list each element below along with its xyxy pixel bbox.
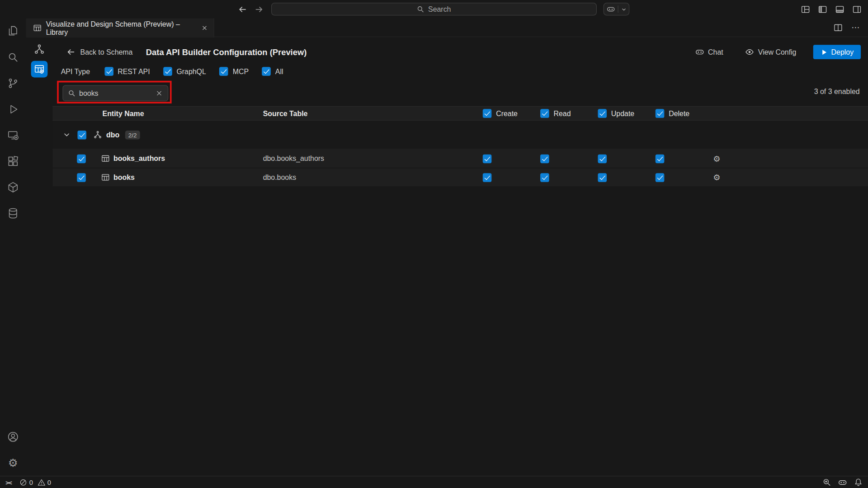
view-config-label: View Config bbox=[758, 48, 797, 56]
chevron-down-icon[interactable] bbox=[63, 131, 71, 138]
command-center-search[interactable]: Search bbox=[271, 3, 597, 15]
column-update: Update bbox=[598, 109, 655, 118]
bell-icon[interactable] bbox=[854, 478, 862, 486]
split-editor-icon[interactable] bbox=[834, 23, 843, 32]
clear-search-icon[interactable] bbox=[156, 89, 163, 97]
extensions-icon bbox=[7, 155, 19, 168]
status-bar: >< 0 0 bbox=[0, 476, 868, 488]
sidebar-item-settings[interactable]: ⚙ bbox=[0, 450, 26, 476]
panel-header: Back to Schema Data API Builder Configur… bbox=[52, 44, 868, 60]
vscode-window: Search bbox=[0, 0, 868, 488]
table-gear-icon bbox=[34, 64, 45, 75]
mcp-checkbox[interactable] bbox=[219, 67, 228, 76]
editor-body: Back to Schema Data API Builder Configur… bbox=[26, 38, 868, 476]
activity-bar: ⚙ bbox=[0, 18, 26, 476]
schema-group-row[interactable]: dbo 2/2 bbox=[52, 121, 868, 150]
sidebar-item-account[interactable] bbox=[0, 424, 26, 450]
group-checkbox[interactable] bbox=[77, 130, 86, 139]
warning-count: 0 bbox=[47, 479, 51, 486]
deploy-button[interactable]: Deploy bbox=[813, 45, 861, 59]
chat-label: Chat bbox=[708, 48, 723, 56]
chevron-down-icon bbox=[621, 6, 626, 12]
sidebar-item-schema-visualizer[interactable] bbox=[0, 174, 26, 201]
entity-search-box[interactable] bbox=[62, 85, 168, 102]
customize-layout-icon[interactable] bbox=[801, 5, 810, 14]
files-icon bbox=[7, 25, 19, 38]
problems-status[interactable]: 0 0 bbox=[19, 479, 53, 486]
all-label: All bbox=[275, 67, 283, 75]
rest-api-label: REST API bbox=[118, 67, 150, 75]
entity-settings-gear-icon[interactable]: ⚙ bbox=[713, 155, 868, 163]
zoom-icon[interactable] bbox=[823, 478, 831, 486]
entity-settings-gear-icon[interactable]: ⚙ bbox=[713, 173, 868, 181]
toggle-primary-sidebar-icon[interactable] bbox=[818, 5, 827, 14]
sidebar-item-extensions[interactable] bbox=[0, 148, 26, 174]
read-all-checkbox[interactable] bbox=[540, 109, 549, 118]
copilot-status-icon[interactable] bbox=[838, 478, 847, 487]
read-checkbox[interactable] bbox=[540, 173, 549, 182]
filter-graphql[interactable]: GraphQL bbox=[163, 67, 206, 76]
chat-button[interactable]: Chat bbox=[695, 47, 723, 56]
toggle-panel-icon[interactable] bbox=[835, 5, 844, 14]
filter-mcp[interactable]: MCP bbox=[219, 67, 249, 76]
sidebar-item-remote-explorer[interactable] bbox=[0, 122, 26, 149]
sidebar-item-source-control[interactable] bbox=[0, 70, 26, 97]
entities-table: Entity Name Source Table Create Read bbox=[52, 106, 868, 187]
cube-icon bbox=[7, 181, 19, 193]
toggle-secondary-sidebar-icon[interactable] bbox=[853, 5, 862, 14]
source-table: dbo.books_authors bbox=[263, 155, 483, 163]
create-label: Create bbox=[496, 109, 518, 117]
search-icon bbox=[68, 89, 75, 97]
update-all-checkbox[interactable] bbox=[598, 109, 607, 118]
update-checkbox[interactable] bbox=[598, 154, 607, 163]
column-delete: Delete bbox=[656, 109, 713, 118]
close-icon[interactable] bbox=[201, 24, 208, 32]
search-placeholder: Search bbox=[428, 5, 451, 13]
arrow-left-icon bbox=[66, 47, 75, 56]
divider bbox=[618, 5, 618, 13]
back-to-schema-button[interactable]: Back to Schema bbox=[66, 47, 133, 56]
row-checkbox[interactable] bbox=[77, 154, 86, 163]
remote-explorer-icon bbox=[7, 129, 19, 141]
error-count: 0 bbox=[29, 479, 33, 486]
schema-designer-button[interactable] bbox=[31, 41, 48, 58]
table-grid-icon bbox=[94, 173, 110, 181]
tab-visualize-design-schema[interactable]: Visualize and Design Schema (Preview) – … bbox=[26, 18, 214, 38]
rest-api-checkbox[interactable] bbox=[104, 67, 113, 76]
all-checkbox[interactable] bbox=[262, 67, 271, 76]
dab-config-button[interactable] bbox=[31, 61, 48, 78]
filter-all[interactable]: All bbox=[262, 67, 283, 76]
delete-checkbox[interactable] bbox=[656, 154, 665, 163]
entity-name: books_authors bbox=[110, 155, 263, 163]
filter-rest-api[interactable]: REST API bbox=[104, 67, 150, 76]
create-checkbox[interactable] bbox=[483, 173, 492, 182]
graphql-checkbox[interactable] bbox=[163, 67, 172, 76]
sidebar-item-run-debug[interactable] bbox=[0, 96, 26, 122]
view-config-button[interactable]: View Config bbox=[745, 47, 797, 56]
enabled-count: 3 of 3 enabled bbox=[814, 87, 860, 95]
nav-back-icon[interactable] bbox=[238, 5, 247, 14]
delete-all-checkbox[interactable] bbox=[656, 109, 665, 118]
deploy-label: Deploy bbox=[831, 48, 854, 56]
more-actions-icon[interactable]: ⋯ bbox=[851, 23, 860, 31]
create-all-checkbox[interactable] bbox=[483, 109, 492, 118]
sidebar-item-database[interactable] bbox=[0, 200, 26, 226]
schema-tab-icon bbox=[33, 24, 41, 32]
read-checkbox[interactable] bbox=[540, 154, 549, 163]
sidebar-item-explorer[interactable] bbox=[0, 18, 26, 44]
create-checkbox[interactable] bbox=[483, 154, 492, 163]
entity-search-input[interactable] bbox=[79, 89, 151, 97]
graphql-label: GraphQL bbox=[176, 67, 206, 75]
delete-checkbox[interactable] bbox=[656, 173, 665, 182]
row-checkbox[interactable] bbox=[77, 173, 86, 182]
error-icon bbox=[19, 479, 27, 486]
nav-forward-icon[interactable] bbox=[255, 5, 264, 14]
table-grid-icon bbox=[94, 155, 110, 163]
update-checkbox[interactable] bbox=[598, 173, 607, 182]
run-debug-icon bbox=[7, 103, 19, 116]
remote-indicator-icon[interactable]: >< bbox=[5, 479, 11, 486]
column-entity-name: Entity Name bbox=[94, 109, 263, 117]
sidebar-item-search[interactable] bbox=[0, 44, 26, 70]
copilot-menu-button[interactable] bbox=[604, 3, 630, 15]
git-branch-icon bbox=[7, 77, 19, 89]
